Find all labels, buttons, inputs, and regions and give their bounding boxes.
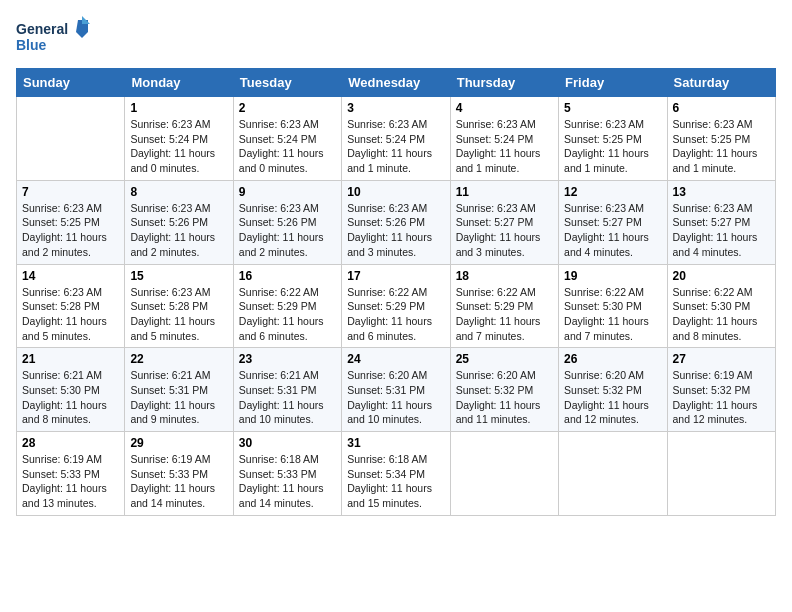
day-number: 18 xyxy=(456,269,553,283)
day-number: 2 xyxy=(239,101,336,115)
day-number: 27 xyxy=(673,352,770,366)
day-number: 22 xyxy=(130,352,227,366)
day-number: 11 xyxy=(456,185,553,199)
calendar-cell: 30Sunrise: 6:18 AMSunset: 5:33 PMDayligh… xyxy=(233,432,341,516)
column-header-wednesday: Wednesday xyxy=(342,69,450,97)
day-number: 8 xyxy=(130,185,227,199)
calendar-cell: 3Sunrise: 6:23 AMSunset: 5:24 PMDaylight… xyxy=(342,97,450,181)
calendar-cell: 4Sunrise: 6:23 AMSunset: 5:24 PMDaylight… xyxy=(450,97,558,181)
day-info: Sunrise: 6:23 AMSunset: 5:28 PMDaylight:… xyxy=(130,285,227,344)
day-number: 23 xyxy=(239,352,336,366)
calendar-cell: 16Sunrise: 6:22 AMSunset: 5:29 PMDayligh… xyxy=(233,264,341,348)
calendar-cell: 25Sunrise: 6:20 AMSunset: 5:32 PMDayligh… xyxy=(450,348,558,432)
calendar-week-row: 28Sunrise: 6:19 AMSunset: 5:33 PMDayligh… xyxy=(17,432,776,516)
day-number: 29 xyxy=(130,436,227,450)
day-info: Sunrise: 6:23 AMSunset: 5:26 PMDaylight:… xyxy=(239,201,336,260)
calendar-week-row: 14Sunrise: 6:23 AMSunset: 5:28 PMDayligh… xyxy=(17,264,776,348)
calendar-week-row: 1Sunrise: 6:23 AMSunset: 5:24 PMDaylight… xyxy=(17,97,776,181)
day-info: Sunrise: 6:22 AMSunset: 5:29 PMDaylight:… xyxy=(239,285,336,344)
day-info: Sunrise: 6:19 AMSunset: 5:32 PMDaylight:… xyxy=(673,368,770,427)
day-number: 9 xyxy=(239,185,336,199)
day-info: Sunrise: 6:18 AMSunset: 5:34 PMDaylight:… xyxy=(347,452,444,511)
calendar-cell: 28Sunrise: 6:19 AMSunset: 5:33 PMDayligh… xyxy=(17,432,125,516)
day-number: 5 xyxy=(564,101,661,115)
calendar-cell: 26Sunrise: 6:20 AMSunset: 5:32 PMDayligh… xyxy=(559,348,667,432)
day-info: Sunrise: 6:23 AMSunset: 5:26 PMDaylight:… xyxy=(130,201,227,260)
calendar-cell: 22Sunrise: 6:21 AMSunset: 5:31 PMDayligh… xyxy=(125,348,233,432)
day-number: 14 xyxy=(22,269,119,283)
day-number: 4 xyxy=(456,101,553,115)
calendar-cell: 13Sunrise: 6:23 AMSunset: 5:27 PMDayligh… xyxy=(667,180,775,264)
column-header-thursday: Thursday xyxy=(450,69,558,97)
calendar-cell: 24Sunrise: 6:20 AMSunset: 5:31 PMDayligh… xyxy=(342,348,450,432)
day-info: Sunrise: 6:20 AMSunset: 5:31 PMDaylight:… xyxy=(347,368,444,427)
day-info: Sunrise: 6:21 AMSunset: 5:31 PMDaylight:… xyxy=(239,368,336,427)
calendar-cell: 1Sunrise: 6:23 AMSunset: 5:24 PMDaylight… xyxy=(125,97,233,181)
calendar-cell xyxy=(667,432,775,516)
day-info: Sunrise: 6:23 AMSunset: 5:24 PMDaylight:… xyxy=(347,117,444,176)
calendar-cell: 6Sunrise: 6:23 AMSunset: 5:25 PMDaylight… xyxy=(667,97,775,181)
calendar-cell: 23Sunrise: 6:21 AMSunset: 5:31 PMDayligh… xyxy=(233,348,341,432)
day-info: Sunrise: 6:23 AMSunset: 5:27 PMDaylight:… xyxy=(673,201,770,260)
day-info: Sunrise: 6:23 AMSunset: 5:25 PMDaylight:… xyxy=(22,201,119,260)
day-info: Sunrise: 6:23 AMSunset: 5:27 PMDaylight:… xyxy=(456,201,553,260)
calendar-cell: 10Sunrise: 6:23 AMSunset: 5:26 PMDayligh… xyxy=(342,180,450,264)
day-info: Sunrise: 6:23 AMSunset: 5:24 PMDaylight:… xyxy=(239,117,336,176)
day-info: Sunrise: 6:23 AMSunset: 5:27 PMDaylight:… xyxy=(564,201,661,260)
calendar-cell xyxy=(17,97,125,181)
day-number: 21 xyxy=(22,352,119,366)
day-info: Sunrise: 6:22 AMSunset: 5:30 PMDaylight:… xyxy=(673,285,770,344)
calendar-table: SundayMondayTuesdayWednesdayThursdayFrid… xyxy=(16,68,776,516)
calendar-week-row: 7Sunrise: 6:23 AMSunset: 5:25 PMDaylight… xyxy=(17,180,776,264)
svg-text:General: General xyxy=(16,21,68,37)
svg-text:Blue: Blue xyxy=(16,37,47,53)
calendar-cell: 15Sunrise: 6:23 AMSunset: 5:28 PMDayligh… xyxy=(125,264,233,348)
day-number: 10 xyxy=(347,185,444,199)
calendar-cell: 12Sunrise: 6:23 AMSunset: 5:27 PMDayligh… xyxy=(559,180,667,264)
day-number: 16 xyxy=(239,269,336,283)
calendar-cell xyxy=(450,432,558,516)
day-number: 28 xyxy=(22,436,119,450)
day-info: Sunrise: 6:20 AMSunset: 5:32 PMDaylight:… xyxy=(564,368,661,427)
column-header-saturday: Saturday xyxy=(667,69,775,97)
column-header-friday: Friday xyxy=(559,69,667,97)
day-number: 6 xyxy=(673,101,770,115)
day-number: 26 xyxy=(564,352,661,366)
day-info: Sunrise: 6:18 AMSunset: 5:33 PMDaylight:… xyxy=(239,452,336,511)
day-number: 25 xyxy=(456,352,553,366)
day-number: 17 xyxy=(347,269,444,283)
day-info: Sunrise: 6:21 AMSunset: 5:30 PMDaylight:… xyxy=(22,368,119,427)
calendar-cell: 31Sunrise: 6:18 AMSunset: 5:34 PMDayligh… xyxy=(342,432,450,516)
svg-marker-3 xyxy=(82,16,90,24)
day-info: Sunrise: 6:23 AMSunset: 5:25 PMDaylight:… xyxy=(673,117,770,176)
day-number: 24 xyxy=(347,352,444,366)
calendar-cell: 5Sunrise: 6:23 AMSunset: 5:25 PMDaylight… xyxy=(559,97,667,181)
calendar-cell: 2Sunrise: 6:23 AMSunset: 5:24 PMDaylight… xyxy=(233,97,341,181)
day-number: 13 xyxy=(673,185,770,199)
day-info: Sunrise: 6:23 AMSunset: 5:25 PMDaylight:… xyxy=(564,117,661,176)
calendar-week-row: 21Sunrise: 6:21 AMSunset: 5:30 PMDayligh… xyxy=(17,348,776,432)
day-number: 1 xyxy=(130,101,227,115)
column-header-tuesday: Tuesday xyxy=(233,69,341,97)
day-number: 31 xyxy=(347,436,444,450)
calendar-cell xyxy=(559,432,667,516)
day-number: 15 xyxy=(130,269,227,283)
calendar-cell: 11Sunrise: 6:23 AMSunset: 5:27 PMDayligh… xyxy=(450,180,558,264)
column-header-monday: Monday xyxy=(125,69,233,97)
day-info: Sunrise: 6:22 AMSunset: 5:29 PMDaylight:… xyxy=(347,285,444,344)
day-number: 3 xyxy=(347,101,444,115)
logo: General Blue xyxy=(16,16,96,60)
day-info: Sunrise: 6:22 AMSunset: 5:29 PMDaylight:… xyxy=(456,285,553,344)
day-number: 20 xyxy=(673,269,770,283)
day-number: 19 xyxy=(564,269,661,283)
logo-svg: General Blue xyxy=(16,16,96,60)
day-info: Sunrise: 6:23 AMSunset: 5:24 PMDaylight:… xyxy=(130,117,227,176)
day-info: Sunrise: 6:23 AMSunset: 5:26 PMDaylight:… xyxy=(347,201,444,260)
page-header: General Blue xyxy=(16,16,776,60)
day-info: Sunrise: 6:22 AMSunset: 5:30 PMDaylight:… xyxy=(564,285,661,344)
day-info: Sunrise: 6:20 AMSunset: 5:32 PMDaylight:… xyxy=(456,368,553,427)
calendar-cell: 21Sunrise: 6:21 AMSunset: 5:30 PMDayligh… xyxy=(17,348,125,432)
day-info: Sunrise: 6:19 AMSunset: 5:33 PMDaylight:… xyxy=(130,452,227,511)
day-info: Sunrise: 6:19 AMSunset: 5:33 PMDaylight:… xyxy=(22,452,119,511)
calendar-cell: 14Sunrise: 6:23 AMSunset: 5:28 PMDayligh… xyxy=(17,264,125,348)
